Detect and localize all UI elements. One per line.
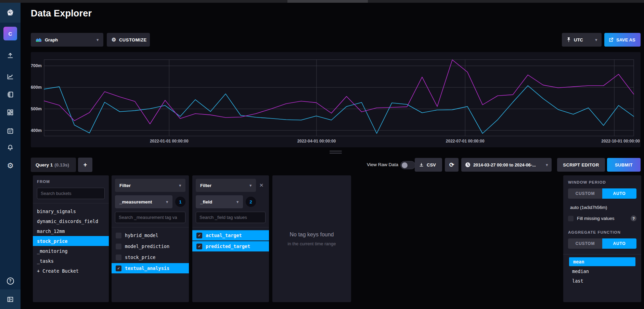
window-auto-button[interactable]: AUTO xyxy=(602,188,636,199)
query-tab-1[interactable]: Query 1 (0.13s) xyxy=(31,158,76,172)
bucket-label: binary_signals xyxy=(37,209,76,214)
window-custom-button[interactable]: CUSTOM xyxy=(568,188,602,199)
svg-text:600m: 600m xyxy=(31,85,42,90)
bucket-label: _monitoring xyxy=(37,248,67,254)
tag-value-row[interactable]: model_prediction xyxy=(112,241,189,251)
bucket-search-input[interactable] xyxy=(37,188,105,199)
checkbox-checked[interactable]: ✓ xyxy=(196,233,202,238)
timezone-label: UTC xyxy=(574,37,583,42)
selected-count-badge: 1 xyxy=(175,197,185,207)
check-icon: ✓ xyxy=(117,266,120,271)
fill-missing-label: Fill missing values xyxy=(577,216,627,221)
tag-value-row-checked[interactable]: ✓ predicted_target xyxy=(192,241,269,251)
panel-resize-handle[interactable] xyxy=(330,151,342,154)
svg-text:500m: 500m xyxy=(31,107,42,111)
view-raw-data-toggle[interactable] xyxy=(400,161,415,169)
fill-missing-checkbox[interactable] xyxy=(568,216,574,221)
submit-label: SUBMIT xyxy=(615,162,633,168)
filter-type-dropdown[interactable]: Filter ▾ xyxy=(196,179,256,192)
sidebar-item-alerts[interactable] xyxy=(0,140,21,155)
checkbox[interactable] xyxy=(116,233,121,238)
sidebar-item-dashboards[interactable] xyxy=(0,105,21,120)
refresh-button[interactable]: ⟳ xyxy=(445,158,459,172)
aggregate-function-item[interactable]: last xyxy=(568,276,636,285)
sidebar-item-settings[interactable]: ⚙ xyxy=(0,158,21,173)
csv-download-button[interactable]: CSV xyxy=(415,158,442,172)
filter-type-label: Filter xyxy=(200,183,211,188)
timeseries-chart[interactable]: 400m500m600m700m2022-01-01 00:00:002022-… xyxy=(31,52,641,147)
expand-nav-button[interactable] xyxy=(0,289,21,309)
sidebar-item-data-explorer[interactable] xyxy=(0,69,21,84)
script-editor-button[interactable]: SCRIPT EDITOR xyxy=(557,158,605,172)
tag-value-label: model_prediction xyxy=(125,244,169,249)
checkbox-checked[interactable]: ✓ xyxy=(116,265,121,271)
refresh-icon: ⟳ xyxy=(449,161,454,169)
selected-count-badge: 2 xyxy=(246,197,256,207)
tag-key-dropdown[interactable]: _field ▾ xyxy=(196,195,243,208)
filter-type-dropdown[interactable]: Filter ▾ xyxy=(115,179,185,192)
create-bucket-button[interactable]: + Create Bucket xyxy=(33,266,109,276)
aggregate-auto-button[interactable]: AUTO xyxy=(602,238,636,249)
user-avatar[interactable]: C xyxy=(3,27,17,40)
bucket-item-selected[interactable]: stock_price xyxy=(33,236,109,246)
sidebar-item-help[interactable]: ? xyxy=(0,273,21,288)
timezone-dropdown[interactable]: UTC ▾ xyxy=(562,33,602,47)
submit-button[interactable]: SUBMIT xyxy=(607,158,641,172)
check-icon: ✓ xyxy=(198,233,201,238)
add-query-button[interactable]: + xyxy=(78,158,92,172)
checkbox[interactable] xyxy=(116,255,121,260)
browser-top-strip xyxy=(0,0,644,3)
gear-icon: ⚙ xyxy=(112,37,116,43)
view-raw-data-label: View Raw Data xyxy=(367,162,398,167)
bucket-item[interactable]: binary_signals xyxy=(33,206,109,216)
from-panel-title: FROM xyxy=(37,180,105,184)
chevron-down-icon: ▾ xyxy=(179,183,181,188)
field-search-input[interactable] xyxy=(196,212,266,223)
aggregate-function-label: last xyxy=(572,278,583,284)
checkbox[interactable] xyxy=(116,244,121,249)
chevron-down-icon: ▾ xyxy=(236,200,239,204)
bucket-item[interactable]: dynamic_discords_field xyxy=(33,216,109,226)
influxdb-logo-icon xyxy=(6,9,14,17)
svg-text:2022-10-01 00:00:00: 2022-10-01 00:00:00 xyxy=(601,139,640,144)
tag-value-label: stock_price xyxy=(125,255,155,260)
sidebar-item-tasks[interactable] xyxy=(0,123,21,138)
sidebar-item-upload[interactable] xyxy=(0,48,21,63)
aggregate-function-item[interactable]: median xyxy=(568,267,636,276)
remove-filter-button[interactable]: ✕ xyxy=(257,179,266,192)
help-tooltip-icon[interactable]: ? xyxy=(631,215,636,221)
customize-button[interactable]: ⚙ CUSTOMIZE xyxy=(107,33,150,47)
bucket-item[interactable]: _monitoring xyxy=(33,246,109,256)
tag-value-label: actual_target xyxy=(206,233,242,238)
save-as-label: SAVE AS xyxy=(616,37,635,42)
create-bucket-label: + Create Bucket xyxy=(37,268,79,274)
notebook-icon xyxy=(7,91,14,98)
tag-value-row[interactable]: hybrid_model xyxy=(112,230,189,240)
empty-subtitle: in the current time range xyxy=(288,241,336,246)
browser-tab-sliver xyxy=(287,0,368,3)
visualization-type-dropdown[interactable]: Graph ▾ xyxy=(31,33,103,47)
customize-label: CUSTOMIZE xyxy=(119,37,147,42)
influxdb-logo-button[interactable] xyxy=(0,3,21,23)
checkbox-checked[interactable]: ✓ xyxy=(196,244,202,249)
nav-sidebar: C ⚙ ? xyxy=(0,3,21,309)
tag-value-row-checked[interactable]: ✓ textual_analysis xyxy=(112,263,189,273)
tag-value-row[interactable]: stock_price xyxy=(112,252,189,262)
tag-value-row-checked[interactable]: ✓ actual_target xyxy=(192,230,269,240)
bucket-item[interactable]: _tasks xyxy=(33,256,109,266)
chevron-down-icon: ▾ xyxy=(166,200,168,204)
aggregate-custom-button[interactable]: CUSTOM xyxy=(568,238,602,249)
tag-key-dropdown[interactable]: _measurement ▾ xyxy=(115,195,172,208)
aggregate-function-selected[interactable]: mean xyxy=(569,257,635,266)
measurement-search-input[interactable] xyxy=(115,212,185,223)
chevron-down-icon: ▾ xyxy=(546,163,548,167)
sidebar-item-notebooks[interactable] xyxy=(0,87,21,102)
tag-value-label: textual_analysis xyxy=(125,265,169,271)
tag-value-label: predicted_target xyxy=(206,244,250,249)
bucket-label: march_12mm xyxy=(37,228,65,234)
save-as-button[interactable]: SAVE AS xyxy=(604,33,641,47)
page-title: Data Explorer xyxy=(31,8,92,19)
from-bucket-panel: FROM binary_signals dynamic_discords_fie… xyxy=(33,175,109,302)
time-range-dropdown[interactable]: 2014-03-27 00:00 to 2024-06-... ▾ xyxy=(461,158,552,172)
bucket-item[interactable]: march_12mm xyxy=(33,226,109,236)
